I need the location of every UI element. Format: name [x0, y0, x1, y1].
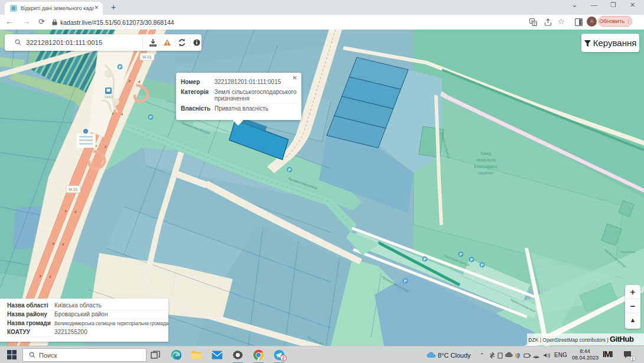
- svg-text:文: 文: [533, 21, 536, 25]
- svg-text:P: P: [288, 168, 291, 172]
- svg-text:«Кока-Кола: «Кока-Кола: [476, 158, 496, 162]
- svg-text:Завод: Завод: [480, 151, 491, 156]
- svg-text:P: P: [460, 252, 463, 257]
- svg-text:P: P: [470, 258, 473, 262]
- svg-text:М-01: М-01: [69, 187, 78, 192]
- svg-text:Кока-Кола: Кока-Кола: [621, 250, 635, 254]
- svg-text:Бевериджиз): Бевериджиз): [474, 164, 497, 169]
- svg-text:P: P: [404, 279, 407, 283]
- svg-text:М-01: М-01: [142, 55, 152, 59]
- svg-text:P: P: [149, 115, 152, 119]
- svg-text:ОККО: ОККО: [105, 95, 113, 99]
- svg-text:P: P: [481, 263, 484, 267]
- svg-text:P: P: [119, 65, 122, 69]
- svg-text:Україна»: Україна»: [478, 171, 494, 176]
- svg-text:P: P: [424, 257, 427, 261]
